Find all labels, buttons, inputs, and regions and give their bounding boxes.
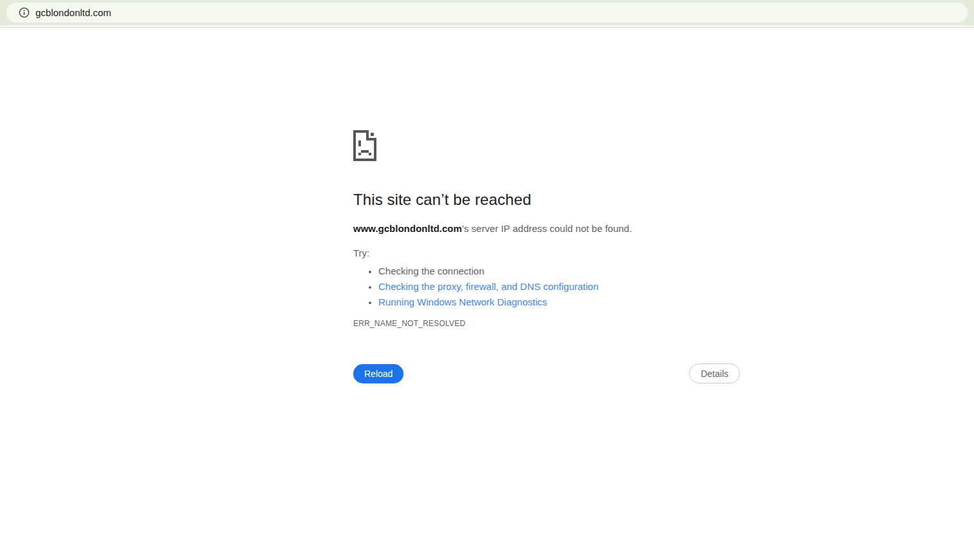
suggestion-item: Checking the connection bbox=[378, 264, 740, 279]
suggestion-link-network-diagnostics[interactable]: Running Windows Network Diagnostics bbox=[378, 296, 547, 307]
sad-page-icon bbox=[353, 130, 376, 161]
error-domain: www.gcblondonltd.com bbox=[353, 223, 462, 234]
url-text: gcblondonltd.com bbox=[34, 7, 112, 18]
details-button[interactable]: Details bbox=[689, 363, 740, 383]
site-info-icon[interactable] bbox=[19, 7, 30, 18]
buttons-row: Reload Details bbox=[353, 363, 740, 383]
browser-toolbar: gcblondonltd.com bbox=[0, 0, 974, 25]
page-title: This site can’t be reached bbox=[353, 191, 740, 209]
suggestion-item: Running Windows Network Diagnostics bbox=[378, 294, 740, 310]
suggestion-text: Checking the connection bbox=[378, 266, 484, 276]
error-subtitle: www.gcblondonltd.com’s server IP address… bbox=[353, 222, 740, 235]
error-code: ERR_NAME_NOT_RESOLVED bbox=[353, 319, 740, 328]
toolbar-divider bbox=[0, 25, 974, 28]
reload-button[interactable]: Reload bbox=[353, 364, 404, 383]
suggestion-link-proxy-dns[interactable]: Checking the proxy, firewall, and DNS co… bbox=[378, 281, 599, 292]
address-bar[interactable]: gcblondonltd.com bbox=[6, 3, 968, 23]
error-page-content: This site can’t be reached www.gcblondon… bbox=[353, 130, 740, 383]
try-label: Try: bbox=[353, 247, 740, 258]
suggestion-item: Checking the proxy, firewall, and DNS co… bbox=[378, 279, 740, 294]
suggestions-list: Checking the connection Checking the pro… bbox=[353, 264, 740, 310]
error-message-rest: ’s server IP address could not be found. bbox=[462, 223, 632, 234]
